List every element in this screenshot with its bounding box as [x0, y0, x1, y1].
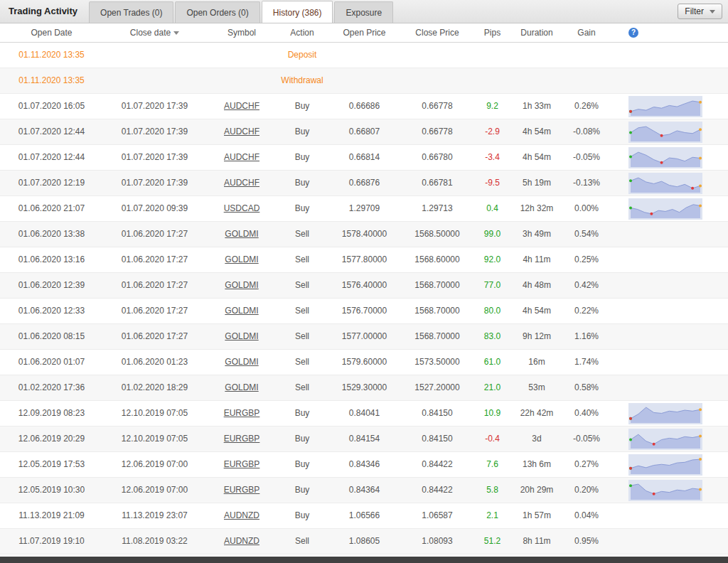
symbol-link[interactable]: AUDCHF: [224, 101, 259, 111]
symbol-cell: GOLDMI: [206, 324, 277, 349]
symbol-link[interactable]: USDCAD: [224, 203, 260, 213]
help-icon[interactable]: ?: [628, 28, 638, 38]
symbol-link[interactable]: GOLDMI: [225, 254, 258, 264]
open-price-cell: 0.66814: [327, 145, 402, 170]
table-row: 12.05.2019 10:3012.06.2019 07:00EURGBPBu…: [0, 478, 728, 503]
column-action[interactable]: Action: [277, 23, 327, 42]
tab-bar: Trading Activity Open Trades (0)Open Ord…: [0, 0, 728, 23]
pips-cell: 9.2: [473, 94, 512, 119]
column-open-date[interactable]: Open Date: [0, 23, 103, 42]
column-symbol[interactable]: Symbol: [206, 23, 277, 42]
duration-cell: 1h 33m: [512, 94, 562, 119]
sparkline-chart: [628, 122, 702, 143]
pips-cell: -3.4: [473, 145, 512, 170]
table-row: 01.06.2020 13:3801.06.2020 17:27GOLDMISe…: [0, 222, 728, 247]
symbol-cell: EURGBP: [206, 401, 277, 426]
column-gain[interactable]: Gain: [562, 23, 611, 42]
symbol-link[interactable]: AUDCHF: [224, 127, 259, 136]
table-body: 01.11.2020 13:35Deposit01.11.2020 13:35W…: [0, 43, 728, 554]
close-price-cell: 0.66778: [402, 119, 473, 144]
symbol-cell: GOLDMI: [206, 350, 277, 375]
symbol-link[interactable]: EURGBP: [224, 459, 260, 469]
open-price-cell: [327, 68, 402, 93]
trade-chart-cell: [611, 529, 728, 554]
symbol-link[interactable]: GOLDMI: [225, 229, 258, 239]
duration-cell: 3h 49m: [512, 222, 562, 247]
pips-cell: [473, 68, 512, 93]
symbol-cell: [206, 68, 277, 93]
symbol-link[interactable]: GOLDMI: [225, 331, 258, 341]
table-row: 12.09.2019 08:2312.10.2019 07:05EURGBPBu…: [0, 401, 728, 427]
table-header: Open Date Close date Symbol Action Open …: [0, 23, 728, 43]
column-open-price[interactable]: Open Price: [327, 23, 402, 42]
symbol-link[interactable]: AUDCHF: [224, 152, 259, 162]
close-price-cell: 1568.70000: [402, 299, 473, 323]
open-price-cell: 0.66686: [327, 94, 402, 119]
symbol-cell: GOLDMI: [206, 299, 277, 323]
symbol-link[interactable]: EURGBP: [224, 408, 260, 418]
open-price-cell: 1.29709: [327, 196, 402, 221]
open-price-cell: 1576.40000: [327, 273, 402, 298]
table-row: 01.02.2020 17:3601.02.2020 18:29GOLDMISe…: [0, 375, 728, 401]
filter-button[interactable]: Filter: [678, 4, 722, 19]
open-price-cell: 1576.70000: [327, 299, 402, 323]
column-label: Pips: [484, 28, 500, 38]
symbol-link[interactable]: GOLDMI: [225, 382, 258, 392]
open-date-cell: 01.06.2020 12:39: [0, 273, 103, 298]
open-price-cell: 1579.60000: [327, 350, 402, 375]
gain-cell: 0.00%: [562, 196, 611, 221]
symbol-link[interactable]: AUDCHF: [224, 178, 259, 188]
trade-chart-cell: [611, 503, 728, 528]
gain-cell: -0.08%: [562, 119, 611, 144]
tab-open-orders-0[interactable]: Open Orders (0): [175, 1, 259, 23]
open-date-cell: 01.06.2020 01:07: [0, 350, 103, 375]
close-date-cell: 01.06.2020 17:27: [103, 324, 206, 349]
symbol-link[interactable]: GOLDMI: [225, 280, 258, 290]
action-cell: Buy: [277, 401, 327, 426]
trade-chart-cell: [611, 43, 728, 68]
column-chart: ?: [611, 23, 728, 42]
action-cell: Buy: [277, 145, 327, 170]
open-price-cell: 0.84041: [327, 401, 402, 426]
close-date-cell: [103, 43, 206, 68]
open-date-cell: 01.06.2020 21:07: [0, 196, 103, 221]
tab-exposure[interactable]: Exposure: [334, 1, 393, 23]
gain-cell: -0.13%: [562, 171, 611, 195]
table-row: 11.07.2019 19:1011.08.2019 03:22AUDNZDSe…: [0, 529, 728, 554]
open-date-cell: 01.07.2020 12:44: [0, 145, 103, 170]
table-row: 01.06.2020 08:1501.06.2020 17:27GOLDMISe…: [0, 324, 728, 350]
symbol-link[interactable]: GOLDMI: [225, 357, 258, 367]
action-cell: Buy: [277, 119, 327, 144]
symbol-link[interactable]: AUDNZD: [224, 536, 259, 546]
symbol-link[interactable]: GOLDMI: [225, 306, 258, 316]
table-row: 01.11.2020 13:35Withdrawal: [0, 68, 728, 94]
table-row: 01.07.2020 16:0501.07.2020 17:39AUDCHFBu…: [0, 94, 728, 119]
column-close-date[interactable]: Close date: [103, 23, 206, 42]
symbol-cell: AUDNZD: [206, 529, 277, 554]
open-price-cell: 0.84154: [327, 427, 402, 451]
open-price-cell: 0.84346: [327, 452, 402, 477]
close-price-cell: 0.66780: [402, 145, 473, 170]
action-cell: Buy: [277, 452, 327, 477]
table-row: 01.06.2020 21:0701.07.2020 09:39USDCADBu…: [0, 196, 728, 222]
column-close-price[interactable]: Close Price: [402, 23, 473, 42]
trade-chart-cell: [611, 478, 728, 503]
pips-cell: 10.9: [473, 401, 512, 426]
tab-history-386[interactable]: History (386): [262, 1, 333, 23]
gain-cell: 0.20%: [562, 478, 611, 503]
open-date-cell: 11.07.2019 19:10: [0, 529, 103, 554]
symbol-link[interactable]: EURGBP: [224, 434, 260, 444]
symbol-link[interactable]: EURGBP: [224, 485, 260, 495]
action-cell: Sell: [277, 375, 327, 400]
trade-chart-cell: [611, 375, 728, 400]
symbol-link[interactable]: AUDNZD: [224, 510, 259, 520]
open-date-cell: 01.02.2020 17:36: [0, 375, 103, 400]
column-duration[interactable]: Duration: [512, 23, 562, 42]
duration-cell: 1h 57m: [512, 503, 562, 528]
column-pips[interactable]: Pips: [473, 23, 512, 42]
pips-cell: 61.0: [473, 350, 512, 375]
gain-cell: 0.22%: [562, 299, 611, 323]
tab-open-trades-0[interactable]: Open Trades (0): [89, 1, 173, 23]
trade-chart-cell: [611, 196, 728, 221]
duration-cell: 4h 54m: [512, 145, 562, 170]
